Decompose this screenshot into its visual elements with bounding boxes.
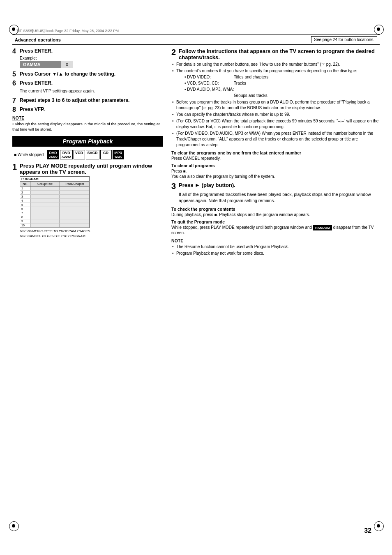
step-7-heading: 7 Repeat steps 3 to 6 to adjust other pa… bbox=[12, 97, 163, 104]
prog-note-1: USE NUMERIC KEYS TO PROGRAM TRACKS. bbox=[20, 229, 163, 233]
example-item: GAMMA bbox=[20, 61, 61, 68]
step-6-heading: 6 Press ENTER. bbox=[12, 80, 163, 87]
step-3-text: Press ► (play button). bbox=[179, 182, 235, 188]
badge-dvd-video: DVD VIDEO bbox=[47, 150, 59, 159]
step-3-heading: 3 Press ► (play button). bbox=[171, 182, 380, 190]
while-stopped-row: ■ While stopped DVD VIDEO DVD AUDIO VCD bbox=[14, 150, 163, 159]
prog-row-9: 9 bbox=[20, 219, 89, 223]
prog-row-8: 8 bbox=[20, 215, 89, 219]
example-value: 0 bbox=[61, 61, 73, 68]
step-6-body: The current VFP settings appear again. bbox=[20, 88, 163, 94]
while-stopped-label: ■ While stopped bbox=[14, 152, 44, 157]
step-6-number: 6 bbox=[12, 80, 18, 87]
step-8-number: 8 bbox=[12, 106, 18, 113]
prog-table-title: PROGRAM bbox=[20, 177, 40, 181]
bullet-4: You can specify the chapters/tracks whos… bbox=[171, 112, 380, 117]
badge-vcd: VCD bbox=[74, 150, 85, 159]
step-5-heading: 5 Press Cursor ▼/▲ to change the setting… bbox=[12, 71, 163, 78]
note-bullet-2: Program Playback may not work for some d… bbox=[171, 251, 380, 256]
program-window: PROGRAM No. Group/Title Track/Chapter 1 … bbox=[20, 176, 163, 238]
step-1-text: Press PLAY MODE repeatedly until program… bbox=[20, 163, 163, 175]
prog-row-6: 6 bbox=[20, 207, 89, 211]
clear-all-heading: To clear all programs bbox=[171, 163, 380, 168]
step-5-text: Press Cursor ▼/▲ to change the setting. bbox=[20, 71, 115, 77]
random-badge: RANDOM bbox=[313, 225, 332, 230]
prog-row-4: 4 bbox=[20, 199, 89, 203]
left-column: 4 Press ENTER. Example: GAMMA 0 5 Press … bbox=[12, 48, 163, 260]
clear-all-note: You can also clear the program by turnin… bbox=[171, 174, 380, 179]
step-7-text: Repeat steps 3 to 6 to adjust other para… bbox=[20, 97, 129, 103]
check-body: During playback, press ■. Playback stops… bbox=[171, 212, 380, 217]
note-block-right: NOTE The Resume function cannot be used … bbox=[171, 238, 380, 256]
step-5-number: 5 bbox=[12, 71, 18, 78]
disc-type-dvd-video: • DVD VIDEO:Titles and chapters bbox=[184, 74, 380, 80]
bullet-5: (For CD, SVCD or VCD) When the total pla… bbox=[171, 118, 380, 130]
step-3-number: 3 bbox=[171, 182, 177, 190]
clear-all-body: Press ■. bbox=[171, 169, 380, 173]
step-8-heading: 8 Press VFP. bbox=[12, 106, 163, 113]
disc-type-list: • DVD VIDEO:Titles and chapters • VCD, S… bbox=[176, 74, 380, 99]
badge-svcd: SVCD bbox=[86, 150, 99, 159]
step-6-text: Press ENTER. bbox=[20, 80, 53, 86]
quit-body: While stopped, press PLAY MODE repeatedl… bbox=[171, 225, 380, 235]
bullet-1: For details on using the number buttons,… bbox=[171, 62, 380, 67]
step-1-heading: 1 Press PLAY MODE repeatedly until progr… bbox=[12, 163, 163, 175]
note-bullet-1: The Resume function cannot be used with … bbox=[171, 244, 380, 250]
prog-note-2: USE CANCEL TO DELETE THE PROGRAM. bbox=[20, 234, 163, 238]
prog-table-header: PROGRAM bbox=[20, 177, 89, 182]
disc-type-dvd-audio: • DVD AUDIO, MP3, WMA: bbox=[184, 86, 380, 92]
right-column: 2 Follow the instructions that appears o… bbox=[171, 48, 380, 260]
disc-badges: DVD VIDEO DVD AUDIO VCD SVCD CD bbox=[47, 150, 124, 159]
quit-body-1: While stopped, press PLAY MODE repeatedl… bbox=[171, 225, 313, 230]
step-4-heading: 4 Press ENTER. bbox=[12, 48, 163, 55]
page-number: 32 bbox=[364, 527, 371, 534]
example-box: GAMMA 0 bbox=[20, 61, 73, 68]
quit-heading: To quit the Program mode bbox=[171, 219, 380, 224]
example-label: Example: bbox=[20, 56, 163, 60]
prog-row-5: 5 bbox=[20, 203, 89, 207]
see-page-note: See page 24 for button locations. bbox=[311, 36, 377, 43]
badge-cd: CD bbox=[100, 150, 112, 159]
program-table: PROGRAM No. Group/Title Track/Chapter 1 … bbox=[20, 176, 90, 228]
bullet-3: Before you program the tracks in bonus g… bbox=[171, 99, 380, 111]
program-playback-header: Program Playback bbox=[12, 136, 163, 147]
col-hdr-no: No. bbox=[20, 182, 30, 186]
check-heading: To check the program contents bbox=[171, 207, 380, 212]
step-4-text: Press ENTER. bbox=[20, 48, 53, 54]
clear-last-body: Press CANCEL repeatedly. bbox=[171, 156, 380, 161]
step-2-heading: 2 Follow the instructions that appears o… bbox=[171, 48, 380, 60]
badge-mp3wma: MP3 WMA bbox=[113, 150, 124, 159]
disc-type-vcd: • VCD, SVCD, CD:Tracks bbox=[184, 80, 380, 86]
step-7-number: 7 bbox=[12, 97, 18, 104]
main-content: 4 Press ENTER. Example: GAMMA 0 5 Press … bbox=[12, 48, 380, 260]
note-block-left: NOTE • Although the setting display disa… bbox=[12, 115, 163, 132]
step-8-text: Press VFP. bbox=[20, 106, 45, 112]
step-2-text: Follow the instructions that appears on … bbox=[179, 48, 380, 60]
badge-dvd-audio: DVD AUDIO bbox=[60, 150, 73, 159]
col-hdr-trk: Track/Chapter bbox=[60, 182, 89, 186]
step-2-number: 2 bbox=[171, 48, 177, 56]
prog-col-headers: No. Group/Title Track/Chapter bbox=[20, 182, 89, 187]
prog-row-1: 1 bbox=[20, 187, 89, 191]
section-header: Advanced operations See page 24 for butt… bbox=[12, 35, 380, 45]
prog-row-3: 3 bbox=[20, 195, 89, 199]
note-title-right: NOTE bbox=[171, 238, 380, 243]
step-3-body: If all of the programmed tracks/files ha… bbox=[179, 191, 380, 203]
prog-row-10: 10 bbox=[20, 223, 89, 228]
bullet-6: (For DVD VIDEO, DVD AUDIO, MP3 or WMA) W… bbox=[171, 131, 380, 148]
note-text-left: • Although the setting display disappear… bbox=[12, 121, 163, 132]
file-info: TIF-S8S5[USUB].book Page 32 Friday, May … bbox=[16, 29, 380, 33]
prog-row-2: 2 bbox=[20, 191, 89, 195]
bullet-2: The content's numbers that you have to s… bbox=[171, 68, 380, 99]
note-title-left: NOTE bbox=[12, 115, 163, 120]
step-1-number: 1 bbox=[12, 163, 18, 171]
disc-type-groups: Groups and tracks bbox=[184, 92, 380, 99]
prog-row-7: 7 bbox=[20, 211, 89, 215]
section-title: Advanced operations bbox=[15, 37, 61, 42]
step-4-number: 4 bbox=[12, 48, 18, 55]
clear-last-heading: To clear the programs one by one from th… bbox=[171, 150, 380, 155]
step-2-bullets: For details on using the number buttons,… bbox=[171, 62, 380, 148]
note-bullets-right: The Resume function cannot be used with … bbox=[171, 244, 380, 256]
col-hdr-grp: Group/Title bbox=[30, 182, 60, 186]
